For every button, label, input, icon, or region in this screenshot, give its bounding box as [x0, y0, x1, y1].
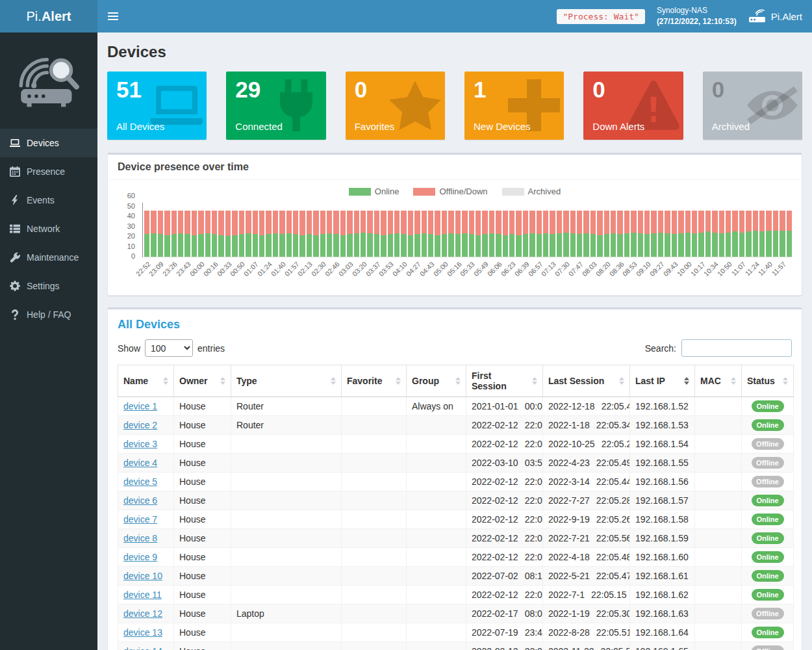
- chart-bar: [563, 203, 568, 257]
- column-header-favorite[interactable]: Favorite: [342, 365, 407, 397]
- chart-bar: [259, 203, 264, 257]
- device-type: Router: [231, 416, 342, 435]
- stat-value: 0: [355, 78, 436, 102]
- device-owner: House: [174, 510, 231, 529]
- device-link[interactable]: device 8: [123, 533, 157, 543]
- device-favorite: [342, 397, 407, 416]
- pialert-logo: [0, 32, 97, 129]
- device-last-ip: 192.168.1.59: [630, 529, 695, 548]
- column-header-group[interactable]: Group: [407, 365, 466, 397]
- device-last-ip: 192.168.1.61: [630, 567, 695, 586]
- device-row-device-13: device 13House2022-07-1923:452022-8-2822…: [118, 623, 794, 642]
- device-link[interactable]: device 14: [123, 646, 162, 650]
- brand-logo[interactable]: Pi.Alert: [0, 0, 97, 32]
- chart-bar: [212, 203, 217, 257]
- device-link[interactable]: device 7: [123, 514, 157, 525]
- topbar-brand[interactable]: Pi.Alert: [748, 9, 802, 23]
- sidebar-item-events[interactable]: Events: [0, 186, 97, 214]
- sidebar-toggle-button[interactable]: [97, 0, 129, 32]
- stat-value: 0: [712, 78, 793, 102]
- legend-item-archived[interactable]: Archived: [502, 187, 561, 196]
- stat-card-favorites[interactable]: 0Favorites: [346, 72, 445, 140]
- column-header-last-session[interactable]: Last Session: [543, 365, 630, 397]
- status-badge: Online: [752, 532, 784, 544]
- device-row-device-5: device 5House2022-02-1222:052022-3-1422:…: [118, 473, 794, 491]
- device-link[interactable]: device 12: [123, 608, 162, 619]
- sort-icon: [216, 377, 225, 385]
- column-header-status[interactable]: Status: [742, 365, 794, 397]
- stat-card-down-alerts[interactable]: 0Down Alerts: [583, 72, 683, 140]
- device-link[interactable]: device 11: [123, 590, 162, 600]
- device-link[interactable]: device 4: [123, 458, 157, 468]
- sidebar-item-settings[interactable]: Settings: [0, 272, 97, 300]
- stat-card-archived[interactable]: 0Archived: [703, 72, 802, 140]
- sidebar-item-help-faq[interactable]: Help / FAQ: [0, 300, 97, 329]
- device-last-session: 2022-7-2722:05.28: [543, 491, 630, 510]
- device-owner: House: [174, 604, 231, 623]
- brand-logo-text: Pi.: [27, 9, 42, 24]
- column-header-type[interactable]: Type: [231, 365, 342, 397]
- device-row-device-2: device 2HouseRouter2022-02-1222:052022-1…: [118, 416, 794, 435]
- search-input[interactable]: [681, 339, 792, 357]
- device-last-ip: 192.168.1.62: [630, 586, 695, 604]
- device-last-ip: 192.168.1.65: [630, 642, 695, 650]
- column-header-owner[interactable]: Owner: [174, 365, 231, 397]
- column-header-name[interactable]: Name: [118, 365, 174, 397]
- stat-card-new-devices[interactable]: 1New Devices: [464, 72, 564, 140]
- sidebar-item-label: Maintenance: [27, 252, 79, 263]
- chart-bar: [198, 203, 203, 257]
- y-tick-label: 30: [127, 222, 135, 230]
- page-length-select[interactable]: 100: [145, 339, 193, 357]
- brand-logo-text-bold: Alert: [42, 9, 71, 24]
- chart-bar: [705, 203, 711, 257]
- sidebar-item-label: Events: [27, 195, 55, 205]
- device-link[interactable]: device 5: [123, 476, 157, 487]
- column-header-mac[interactable]: MAC: [695, 365, 742, 397]
- column-header-first-session[interactable]: First Session: [466, 365, 543, 397]
- device-link[interactable]: device 1: [123, 401, 157, 411]
- sidebar-item-presence[interactable]: Presence: [0, 157, 97, 186]
- chart-bar: [665, 203, 670, 257]
- device-favorite: [342, 567, 407, 586]
- device-type: Laptop: [231, 604, 342, 623]
- topbar-brand-label: Pi.Alert: [771, 11, 802, 22]
- stat-card-all-devices[interactable]: 51All Devices: [107, 72, 207, 140]
- sort-icon: [779, 377, 788, 385]
- stat-card-connected[interactable]: 29Connected: [226, 72, 325, 140]
- device-mac: [695, 604, 742, 623]
- chart-legend: OnlineOffline/DownArchived: [118, 187, 792, 196]
- device-row-device-14: device 14House2022-02-1222:052022-11-222…: [118, 642, 794, 650]
- device-group: [407, 473, 466, 491]
- sidebar-item-maintenance[interactable]: Maintenance: [0, 243, 97, 272]
- device-link[interactable]: device 6: [123, 495, 157, 506]
- device-link[interactable]: device 3: [123, 439, 157, 449]
- chart-bar: [428, 203, 433, 257]
- chart-bar: [354, 203, 359, 257]
- device-status: Online: [742, 510, 794, 529]
- column-header-last-ip[interactable]: Last IP: [630, 365, 695, 397]
- chart-bar: [570, 203, 576, 257]
- device-link[interactable]: device 13: [123, 627, 162, 638]
- device-group: [407, 642, 466, 650]
- device-last-session: 2022-7-2122:05.56: [543, 529, 630, 548]
- device-link[interactable]: device 9: [123, 552, 157, 562]
- device-mac: [695, 397, 742, 416]
- legend-item-online[interactable]: Online: [349, 187, 400, 196]
- chart-bar: [746, 203, 751, 257]
- device-link[interactable]: device 2: [123, 420, 157, 430]
- sidebar-item-network[interactable]: Network: [0, 214, 97, 243]
- device-link[interactable]: device 10: [123, 571, 162, 581]
- sidebar-item-label: Help / FAQ: [27, 309, 71, 320]
- chart-bar: [753, 203, 758, 257]
- legend-item-offline-down[interactable]: Offline/Down: [413, 187, 487, 196]
- sidebar-item-devices[interactable]: Devices: [0, 129, 97, 157]
- device-status: Offline: [742, 604, 794, 623]
- chart-bar: [232, 203, 237, 257]
- chart-bar: [543, 203, 548, 257]
- device-status: Online: [742, 529, 794, 548]
- stat-cards: 51All Devices29Connected0Favorites1New D…: [107, 72, 802, 140]
- chart-bar: [171, 203, 177, 257]
- legend-swatch: [502, 188, 524, 196]
- chart-bar: [712, 203, 717, 257]
- question-icon: [10, 309, 20, 320]
